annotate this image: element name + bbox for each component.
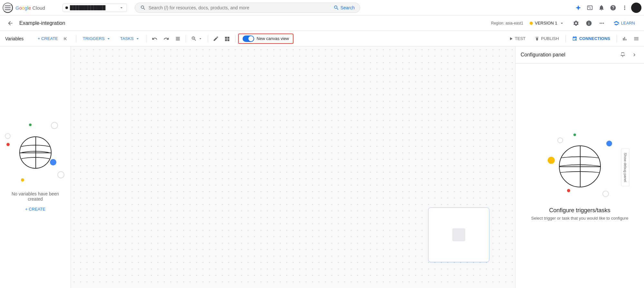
dot-gray-3 (5, 133, 11, 139)
search-input[interactable] (149, 5, 331, 10)
gemini-button[interactable] (573, 3, 583, 13)
redo-button[interactable] (161, 34, 171, 44)
info-button[interactable] (584, 18, 594, 28)
menu-button[interactable] (631, 34, 641, 44)
connections-label: CONNECTIONS (579, 36, 610, 41)
publish-button[interactable]: PUBLISH (531, 34, 563, 43)
panel-dot-blue (606, 141, 612, 146)
canvas-area[interactable] (71, 46, 515, 288)
project-selector[interactable]: ████████████ (62, 4, 127, 12)
page-title: Example-integration (19, 20, 488, 26)
view-button[interactable] (222, 34, 233, 44)
project-dot (65, 6, 68, 9)
close-panel-button[interactable] (630, 50, 639, 59)
sidebar-variables: No variables have been created + CREATE (0, 46, 71, 288)
version-dot (530, 22, 533, 25)
pin-button[interactable] (618, 50, 627, 59)
panel-dot-gray-1 (557, 137, 563, 143)
triggers-chevron-icon (106, 36, 111, 41)
version-label: VERSION 1 (535, 21, 557, 25)
panel-header: Configuration panel (515, 46, 644, 64)
toolbar-right: TEST PUBLISH CONNECTIONS (505, 34, 641, 44)
collapse-sidebar-button[interactable] (61, 34, 71, 44)
toolbar-divider-1 (76, 35, 76, 43)
create-button[interactable]: + CREATE (21, 204, 49, 214)
panel-globe-wrapper (559, 145, 601, 187)
version-button[interactable]: VERSION 1 (526, 19, 568, 27)
help-button[interactable] (608, 3, 618, 13)
search-bar[interactable]: Search (135, 3, 360, 13)
variables-title: Variables (5, 36, 35, 41)
notifications-button[interactable] (596, 3, 607, 13)
configure-title: Configure triggers/tasks (549, 207, 610, 214)
undo-icon (152, 36, 158, 42)
user-avatar[interactable] (631, 3, 641, 13)
panel-dot-red (567, 189, 570, 192)
show-debug-panel-tab[interactable]: Show debug panel (621, 148, 629, 186)
test-button[interactable]: TEST (505, 34, 529, 43)
zoom-button[interactable] (188, 35, 205, 43)
chart-button[interactable] (620, 34, 630, 44)
more-options-button[interactable] (597, 18, 607, 28)
dot-green-1 (29, 124, 32, 126)
search-btn-icon (333, 5, 339, 11)
learn-button[interactable]: LEARN (610, 18, 639, 28)
more-vert-button[interactable] (620, 3, 630, 13)
connections-button[interactable]: CONNECTIONS (568, 34, 614, 43)
panel-dot-gray-2 (602, 191, 609, 197)
terminal-icon (587, 5, 593, 11)
settings-icon (573, 20, 579, 26)
main-content: No variables have been created + CREATE … (0, 46, 644, 288)
learn-icon (613, 20, 619, 26)
canvas-toggle[interactable]: New canvas view (238, 34, 293, 44)
search-button[interactable]: Search (333, 5, 355, 11)
edit-icon (213, 36, 219, 42)
svg-text:Google Cloud: Google Cloud (15, 5, 45, 11)
sidebar-illustration (3, 120, 68, 185)
dot-gray-2 (57, 171, 64, 178)
panel-title: Configuration panel (521, 52, 616, 58)
tasks-label: TASKS (120, 36, 134, 41)
menu-icon (633, 36, 639, 42)
info-icon (586, 20, 592, 26)
arrange-button[interactable] (173, 34, 183, 44)
learn-label: LEARN (621, 21, 635, 25)
undo-button[interactable] (149, 34, 160, 44)
redo-icon (163, 36, 169, 42)
toggle-knob (248, 36, 254, 41)
google-cloud-logo[interactable]: Google Cloud (15, 5, 57, 11)
globe-container (19, 136, 52, 169)
create-variable-button[interactable]: + CREATE (35, 34, 61, 43)
collapse-icon (63, 36, 69, 42)
close-icon (631, 52, 637, 58)
region-label: Region: asia-east1 (491, 21, 523, 25)
triggers-button[interactable]: TRIGGERS (79, 34, 115, 43)
zoom-icon (191, 36, 197, 42)
gemini-icon (575, 5, 582, 11)
hamburger-button[interactable] (3, 3, 13, 13)
dot-blue-1 (50, 159, 56, 165)
edit-button[interactable] (211, 34, 221, 44)
search-icon (140, 5, 146, 11)
test-label: TEST (515, 36, 525, 41)
tasks-button[interactable]: TASKS (116, 34, 144, 43)
dot-gray-1 (51, 122, 58, 129)
side-tab-label: Show debug panel (623, 153, 627, 182)
sidebar-globe (19, 136, 52, 169)
top-nav: Google Cloud ████████████ Search (0, 0, 644, 15)
back-button[interactable] (5, 18, 15, 28)
canvas-toggle-label: New canvas view (257, 36, 289, 41)
play-icon (508, 36, 514, 41)
create-var-label: + CREATE (38, 36, 58, 41)
sub-nav: Example-integration Region: asia-east1 V… (0, 15, 644, 31)
configure-sub: Select trigger or task that you would li… (531, 216, 628, 221)
toggle-switch[interactable] (243, 35, 254, 42)
google-cloud-logo-image: Google Cloud (15, 5, 57, 11)
dot-yellow-1 (21, 178, 24, 182)
help-icon (610, 5, 616, 11)
no-variables-text: No variables have been created (6, 191, 64, 202)
toolbar-divider-2 (147, 35, 147, 43)
cloud-shell-button[interactable] (585, 3, 595, 13)
canvas-card[interactable] (428, 207, 489, 262)
settings-button[interactable] (571, 18, 581, 28)
